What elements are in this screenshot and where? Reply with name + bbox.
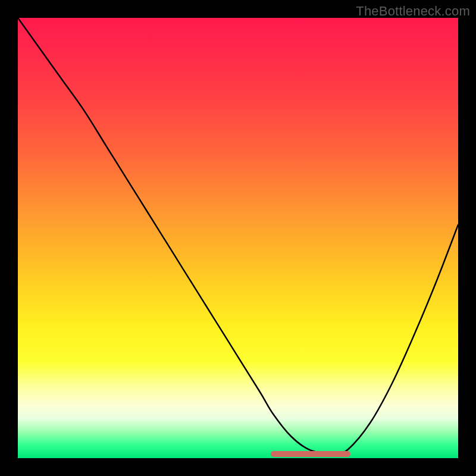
bottleneck-curve (18, 18, 458, 458)
watermark-text: TheBottleneck.com (356, 4, 470, 19)
chart-frame: TheBottleneck.com (0, 0, 476, 476)
optimal-zone-marker (271, 451, 350, 457)
plot-area (18, 18, 458, 458)
